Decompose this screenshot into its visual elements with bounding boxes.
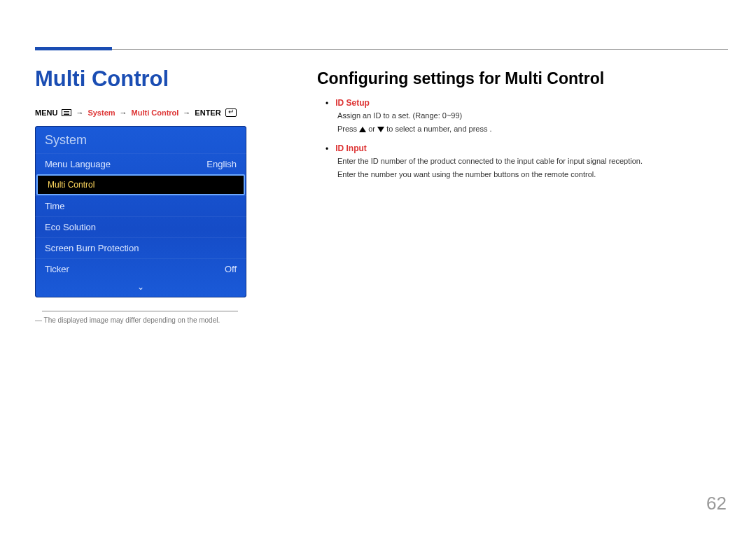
page-number: 62 <box>706 493 727 514</box>
breadcrumb-enter-label: ENTER <box>195 108 220 117</box>
osd-title: System <box>35 126 246 153</box>
osd-item-label: Ticker <box>45 264 69 274</box>
osd-item-multi-control[interactable]: Multi Control <box>36 174 245 195</box>
section-heading: Configuring settings for Multi Control <box>317 69 604 88</box>
osd-item-screen-burn[interactable]: Screen Burn Protection <box>35 237 246 258</box>
page-title: Multi Control <box>35 66 169 92</box>
setting-id-setup: • ID Setup Assign an ID to a set. (Range… <box>326 98 724 135</box>
osd-item-label: Screen Burn Protection <box>45 243 139 253</box>
header-rule-accent <box>35 47 112 50</box>
menu-icon <box>62 109 71 116</box>
bullet-icon: • <box>326 99 328 108</box>
triangle-up-icon <box>359 127 366 132</box>
header-rule <box>35 49 728 50</box>
setting-desc-line: Assign an ID to a set. (Range: 0~99) <box>337 111 724 122</box>
setting-id-input: • ID Input Enter the ID number of the pr… <box>326 143 724 181</box>
osd-item-menu-language[interactable]: Menu Language English <box>35 153 246 174</box>
setting-desc-line: Enter the number you want using the numb… <box>337 169 724 181</box>
osd-item-label: Menu Language <box>45 159 111 169</box>
breadcrumb-multi-control: Multi Control <box>132 108 179 117</box>
footnote-rule <box>42 311 238 311</box>
arrow-icon: → <box>76 108 83 117</box>
arrow-icon: → <box>120 108 127 117</box>
osd-item-value: English <box>206 159 237 169</box>
breadcrumb-menu-label: MENU <box>35 108 57 117</box>
osd-item-label: Multi Control <box>48 180 94 190</box>
enter-icon <box>225 108 237 117</box>
setting-label: ID Input <box>335 143 367 154</box>
osd-item-value: Off <box>225 264 237 274</box>
osd-panel: System Menu Language English Multi Contr… <box>35 126 246 297</box>
arrow-icon: → <box>183 108 190 117</box>
setting-label: ID Setup <box>335 98 370 108</box>
osd-item-eco-solution[interactable]: Eco Solution <box>35 216 246 237</box>
breadcrumb: MENU → System → Multi Control → ENTER <box>35 108 237 117</box>
osd-item-time[interactable]: Time <box>35 195 246 216</box>
footnote: ― The displayed image may differ dependi… <box>35 316 252 324</box>
osd-item-ticker[interactable]: Ticker Off <box>35 258 246 279</box>
osd-more-indicator[interactable]: ⌄ <box>35 279 246 297</box>
bullet-icon: • <box>326 144 328 154</box>
settings-list: • ID Setup Assign an ID to a set. (Range… <box>326 98 724 189</box>
setting-desc-line: Press or to select a number, and press . <box>337 124 724 135</box>
triangle-down-icon <box>377 127 384 132</box>
chevron-down-icon: ⌄ <box>137 282 144 292</box>
osd-item-label: Eco Solution <box>45 222 96 232</box>
osd-item-label: Time <box>45 201 64 211</box>
breadcrumb-system: System <box>88 108 115 117</box>
setting-desc-line: Enter the ID number of the product conne… <box>337 156 724 167</box>
